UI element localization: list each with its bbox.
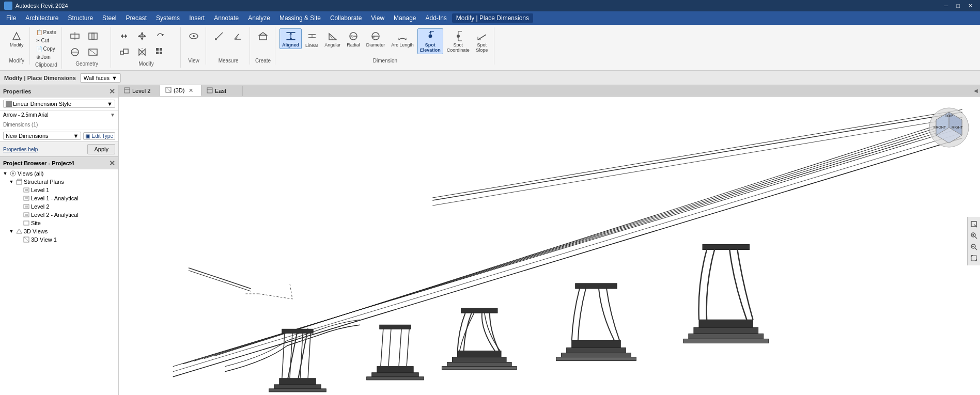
svg-line-149 bbox=[975, 248, 977, 250]
ribbon-group-modify-tools: Modify bbox=[112, 27, 181, 68]
menu-structure[interactable]: Structure bbox=[64, 13, 97, 23]
tree-level2[interactable]: Level 2 bbox=[0, 202, 118, 211]
arc-length-btn[interactable]: Arc Length bbox=[388, 28, 416, 49]
menu-insert[interactable]: Insert bbox=[185, 13, 209, 23]
view-area: Level 2 (3D) ✕ East ◀ bbox=[119, 85, 980, 395]
menu-massing[interactable]: Massing & Site bbox=[275, 13, 325, 23]
svg-line-131 bbox=[432, 112, 962, 200]
browser-close-btn[interactable]: ✕ bbox=[109, 159, 115, 167]
tab-3d[interactable]: (3D) ✕ bbox=[160, 85, 201, 96]
menu-steel[interactable]: Steel bbox=[98, 13, 120, 23]
modify-icon bbox=[10, 30, 23, 42]
menu-file[interactable]: File bbox=[2, 13, 20, 23]
measure-btn[interactable] bbox=[210, 28, 228, 44]
align-btn[interactable] bbox=[115, 28, 133, 44]
menu-architecture[interactable]: Architecture bbox=[21, 13, 63, 23]
svg-rect-69 bbox=[24, 188, 29, 192]
right-tools bbox=[967, 217, 980, 265]
tab-label-east: East bbox=[215, 88, 226, 94]
geo-btn-2[interactable] bbox=[84, 28, 102, 44]
ribbon-group-dimension: Aligned Linear Angular bbox=[276, 27, 494, 65]
spot-slope-btn[interactable]: SpotSlope bbox=[473, 28, 491, 54]
angular-dim-btn[interactable]: Angular bbox=[322, 28, 343, 49]
properties-help-link[interactable]: Properties help bbox=[3, 147, 38, 152]
scale-btn[interactable] bbox=[115, 44, 133, 60]
svg-rect-75 bbox=[24, 204, 29, 209]
tab-east[interactable]: East bbox=[201, 86, 243, 96]
left-panel: Properties ✕ Linear Dimension Style ▼ Ar… bbox=[0, 85, 119, 395]
move-btn[interactable] bbox=[133, 28, 151, 44]
edit-type-btn[interactable]: ▣ Edit Type bbox=[83, 132, 115, 140]
menu-annotate[interactable]: Annotate bbox=[210, 13, 243, 23]
svg-point-57 bbox=[457, 35, 460, 38]
zoom-region-btn[interactable] bbox=[969, 219, 979, 229]
create-btn[interactable] bbox=[254, 28, 272, 44]
apply-btn[interactable]: Apply bbox=[87, 144, 115, 154]
properties-close-btn[interactable]: ✕ bbox=[109, 87, 115, 96]
ribbon-group-modify-label: Modify bbox=[7, 58, 26, 64]
nav-cube[interactable]: TOP FRONT RIGHT bbox=[928, 107, 970, 148]
diameter-dim-btn[interactable]: ⌀ Diameter bbox=[364, 28, 388, 49]
menu-modify-place-dimensions[interactable]: Modify | Place Dimensions bbox=[452, 13, 533, 23]
linear-dim-btn[interactable]: Linear bbox=[303, 28, 321, 50]
menu-systems[interactable]: Systems bbox=[152, 13, 184, 23]
copy-btn[interactable]: 📄 Copy bbox=[34, 45, 59, 53]
menu-collaborate[interactable]: Collaborate bbox=[326, 13, 366, 23]
prop-instance-label: Dimensions (1) bbox=[3, 122, 38, 128]
cut-btn[interactable]: ✂ Cut bbox=[34, 37, 59, 44]
tree-views-all[interactable]: ▼ Views (all) bbox=[0, 169, 118, 178]
tab-icon-level2 bbox=[124, 87, 130, 94]
rotate-btn[interactable] bbox=[151, 28, 169, 44]
spot-elevation-btn[interactable]: SpotElevation bbox=[417, 28, 443, 54]
tree-3dview1[interactable]: 3D View 1 bbox=[0, 235, 118, 244]
tree-level1-analytical[interactable]: Level 1 - Analytical bbox=[0, 194, 118, 202]
menu-view[interactable]: View bbox=[367, 13, 388, 23]
svg-marker-11 bbox=[125, 34, 127, 38]
menu-analyze[interactable]: Analyze bbox=[244, 13, 274, 23]
tree-level1[interactable]: Level 1 bbox=[0, 186, 118, 194]
minimize-btn[interactable]: ─ bbox=[941, 3, 952, 9]
array-btn[interactable] bbox=[151, 44, 169, 60]
main-area: Properties ✕ Linear Dimension Style ▼ Ar… bbox=[0, 85, 980, 395]
ribbon-group-geometry: Geometry bbox=[63, 27, 111, 68]
tree-icon-site bbox=[23, 219, 30, 227]
new-dimensions-dropdown[interactable]: New Dimensions ▼ bbox=[3, 132, 81, 140]
zoom-fit-btn[interactable] bbox=[969, 253, 979, 263]
tree-site[interactable]: Site bbox=[0, 219, 118, 227]
context-label: Modify | Place Dimensions bbox=[4, 75, 76, 81]
radial-dim-btn[interactable]: R Radial bbox=[344, 28, 363, 49]
ribbon-group-clipboard: 📋 Paste ✂ Cut 📄 Copy ⊕ Join bbox=[31, 27, 63, 69]
prop-type-dropdown[interactable]: Linear Dimension Style ▼ bbox=[3, 100, 115, 108]
tree-structural-plans[interactable]: ▼ Structural Plans bbox=[0, 178, 118, 186]
geo-btn-4[interactable] bbox=[84, 44, 102, 60]
tree-3dviews[interactable]: ▼ 3D Views bbox=[0, 227, 118, 235]
maximize-btn[interactable]: □ bbox=[953, 3, 963, 9]
tab-close-3d[interactable]: ✕ bbox=[189, 87, 193, 94]
spot-coordinate-btn[interactable]: SpotCoordinate bbox=[444, 28, 472, 54]
wall-faces-dropdown[interactable]: Wall faces ▼ bbox=[80, 73, 121, 83]
aligned-dim-btn[interactable]: Aligned bbox=[279, 28, 302, 49]
view-icon bbox=[188, 30, 200, 42]
window-controls[interactable]: ─ □ ✕ bbox=[941, 3, 976, 9]
modify-btn[interactable]: Modify bbox=[7, 28, 26, 49]
mirror-btn[interactable] bbox=[133, 44, 151, 60]
geo-btn-3[interactable] bbox=[66, 44, 84, 60]
menu-manage[interactable]: Manage bbox=[390, 13, 420, 23]
tab-level2[interactable]: Level 2 bbox=[119, 86, 160, 96]
close-btn[interactable]: ✕ bbox=[965, 3, 976, 9]
paste-btn[interactable]: 📋 Paste bbox=[34, 28, 59, 36]
tree-expand-level1 bbox=[15, 187, 22, 193]
join-btn[interactable]: ⊕ Join bbox=[34, 53, 59, 61]
menu-addins[interactable]: Add-Ins bbox=[421, 13, 450, 23]
zoom-in-btn[interactable] bbox=[969, 230, 979, 241]
ribbon-group-geometry-label: Geometry bbox=[66, 61, 107, 67]
ribbon-group-measure-label: Measure bbox=[210, 58, 246, 64]
measure-angle-btn[interactable] bbox=[229, 28, 246, 44]
tree-icon-level2 bbox=[23, 203, 30, 210]
tab-bar-collapse[interactable]: ◀ bbox=[972, 88, 980, 93]
tree-level2-analytical[interactable]: Level 2 - Analytical bbox=[0, 211, 118, 219]
zoom-out-btn[interactable] bbox=[969, 242, 979, 252]
geo-btn-1[interactable] bbox=[66, 28, 84, 44]
view-btn[interactable] bbox=[185, 28, 203, 44]
menu-precast[interactable]: Precast bbox=[121, 13, 151, 23]
